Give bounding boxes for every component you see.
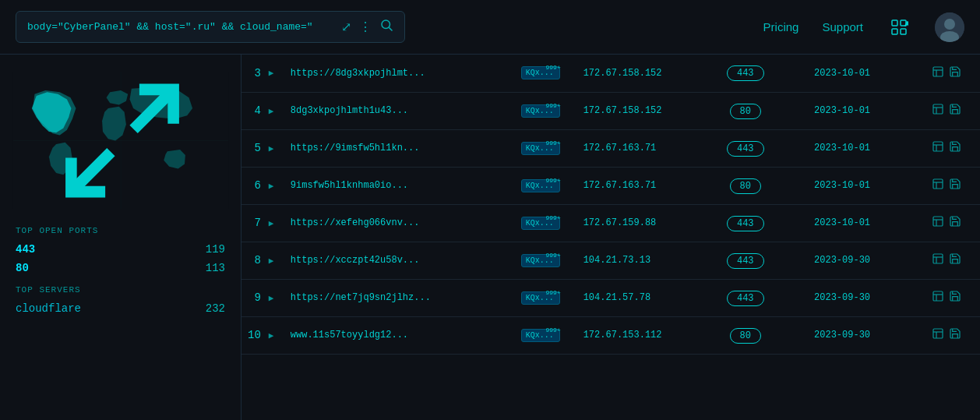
table-row[interactable]: 10 ▶ www.11s57toyyldg12... KQx...999+ 17… [241,316,980,354]
row-ip[interactable]: 104.21.73.13 [577,242,718,279]
row-spacer [773,204,808,242]
tag-badge: KQx...999+ [521,254,560,267]
code-icon[interactable] [932,252,944,268]
server-value: 232 [206,302,225,315]
row-date: 2023-10-01 [808,129,925,167]
row-port[interactable]: 80 [718,316,773,354]
svg-rect-33 [933,291,943,301]
table-row[interactable]: 4 ▶ 8dg3xkpojhlmth1u43... KQx...999+ 172… [241,92,980,129]
row-expand-arrow[interactable]: ▶ [267,242,284,279]
save-icon[interactable] [949,327,961,343]
save-icon[interactable] [949,215,961,231]
save-icon[interactable] [949,290,961,305]
row-expand-arrow[interactable]: ▶ [267,279,284,316]
row-actions [925,204,980,242]
table-row[interactable]: 3 ▶ https://8dg3xkpojhlmt... KQx...999+ … [241,55,980,92]
row-url[interactable]: 9imsfw5hl1knhma0io... [284,167,515,204]
row-ip[interactable]: 172.67.153.112 [577,316,718,354]
server-label[interactable]: cloudflare [16,302,81,315]
row-actions [925,316,980,354]
row-date: 2023-10-01 [808,204,925,242]
row-date: 2023-10-01 [808,92,925,129]
row-url[interactable]: https://9imsfw5hl1kn... [284,129,515,167]
row-port[interactable]: 443 [718,129,773,167]
topnav: body="CyberPanel" && host=".ru" && cloud… [0,0,980,55]
svg-text:A: A [905,20,908,27]
save-icon[interactable] [949,178,961,193]
row-expand-arrow[interactable]: ▶ [267,204,284,242]
row-spacer [773,242,808,279]
action-icons [932,215,974,231]
row-ip[interactable]: 172.67.158.152 [577,55,718,92]
row-ip[interactable]: 172.67.163.71 [577,129,718,167]
code-icon[interactable] [932,327,944,343]
port-stat-row[interactable]: 80113 [0,259,241,277]
map-expand-icon[interactable] [13,72,231,212]
grid-icon[interactable]: A [887,15,911,40]
save-icon[interactable] [949,140,961,156]
save-icon[interactable] [949,65,961,81]
row-spacer [773,92,808,129]
code-icon[interactable] [932,178,944,193]
support-link[interactable]: Support [822,20,863,34]
svg-rect-30 [933,254,943,263]
code-icon[interactable] [932,215,944,231]
search-bar: body="CyberPanel" && host=".ru" && cloud… [16,11,405,43]
row-date: 2023-09-30 [808,316,925,354]
results-table-panel: 3 ▶ https://8dg3xkpojhlmt... KQx...999+ … [241,55,980,420]
svg-rect-18 [933,104,943,114]
action-icons [932,290,974,305]
row-port[interactable]: 443 [718,55,773,92]
server-stat-row[interactable]: cloudflare232 [0,299,241,318]
row-expand-arrow[interactable]: ▶ [267,55,284,92]
row-spacer [773,279,808,316]
row-url[interactable]: 8dg3xkpojhlmth1u43... [284,92,515,129]
port-badge: 443 [727,291,764,306]
port-badge: 443 [727,253,764,269]
row-number: 9 [241,279,267,316]
row-expand-arrow[interactable]: ▶ [267,92,284,129]
row-port[interactable]: 80 [718,92,773,129]
row-url[interactable]: https://xefehg066vnv... [284,204,515,242]
save-icon[interactable] [949,252,961,268]
svg-rect-2 [892,20,897,26]
port-stat-row[interactable]: 443119 [0,240,241,259]
svg-line-14 [71,152,111,192]
save-icon[interactable] [949,103,961,118]
more-options-icon[interactable]: ⋮ [359,19,372,35]
row-expand-arrow[interactable]: ▶ [267,129,284,167]
row-url[interactable]: www.11s57toyyldg12... [284,316,515,354]
row-url[interactable]: https://net7jq9sn2jlhz... [284,279,515,316]
table-row[interactable]: 6 ▶ 9imsfw5hl1knhma0io... KQx...999+ 172… [241,167,980,204]
nav-links: Pricing Support A [763,12,964,42]
expand-icon[interactable]: ⤢ [341,19,351,35]
row-url[interactable]: https://8dg3xkpojhlmt... [284,55,515,92]
avatar[interactable] [935,12,964,42]
code-icon[interactable] [932,65,944,81]
row-port[interactable]: 443 [718,242,773,279]
row-actions [925,92,980,129]
table-row[interactable]: 9 ▶ https://net7jq9sn2jlhz... KQx...999+… [241,279,980,316]
row-ip[interactable]: 172.67.158.152 [577,92,718,129]
row-expand-arrow[interactable]: ▶ [267,316,284,354]
table-row[interactable]: 8 ▶ https://xcczpt42u58v... KQx...999+ 1… [241,242,980,279]
search-icon[interactable] [379,18,393,36]
svg-rect-27 [933,217,943,226]
row-expand-arrow[interactable]: ▶ [267,167,284,204]
pricing-link[interactable]: Pricing [763,20,799,34]
row-port[interactable]: 80 [718,167,773,204]
row-date: 2023-09-30 [808,279,925,316]
table-row[interactable]: 7 ▶ https://xefehg066vnv... KQx...999+ 1… [241,204,980,242]
row-ip[interactable]: 172.67.159.88 [577,204,718,242]
svg-rect-15 [933,67,943,76]
row-ip[interactable]: 172.67.163.71 [577,167,718,204]
row-url[interactable]: https://xcczpt42u58v... [284,242,515,279]
row-port[interactable]: 443 [718,204,773,242]
code-icon[interactable] [932,290,944,305]
code-icon[interactable] [932,140,944,156]
code-icon[interactable] [932,103,944,118]
row-ip[interactable]: 104.21.57.78 [577,279,718,316]
results-table: 3 ▶ https://8dg3xkpojhlmt... KQx...999+ … [241,55,980,355]
row-port[interactable]: 443 [718,279,773,316]
table-row[interactable]: 5 ▶ https://9imsfw5hl1kn... KQx...999+ 1… [241,129,980,167]
